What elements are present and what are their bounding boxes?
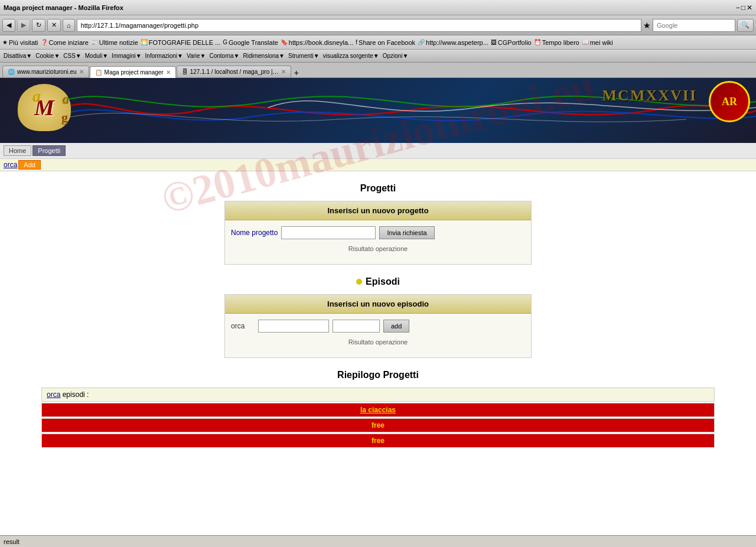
submit-project-button[interactable]: Invia richiesta [379, 226, 434, 239]
site-header: M a g a MCMXXVII AR [0, 78, 756, 143]
toolbar-css[interactable]: CSS▼ [62, 53, 82, 59]
reload-button[interactable]: ↻ [32, 19, 45, 32]
link-icon: 🔗 [418, 39, 425, 45]
episode-row-2: free [41, 418, 715, 432]
search-submit[interactable]: 🔍 [737, 19, 754, 32]
bookmark-fotografie[interactable]: 🌅 FOTOGRAFIE DELLE ... [141, 39, 220, 46]
project-name-label: Nome progetto [231, 229, 278, 237]
progetti-title: Progetti [24, 183, 732, 194]
bookmark-cgportfolio[interactable]: 🖼 CGPortfolio [491, 39, 532, 46]
episode-result-text: Risultato operazione [231, 336, 525, 348]
new-project-form-header: Inserisci un nuovo progetto [225, 201, 531, 220]
tab3-close[interactable]: ✕ [281, 69, 286, 75]
tab-maga[interactable]: 📋 Maga project manager ✕ [90, 66, 176, 78]
toolbar-varie[interactable]: Varie▼ [185, 53, 207, 59]
toolbar-cookie[interactable]: Cookie▼ [34, 53, 61, 59]
forward-button[interactable]: ▶ [17, 19, 30, 32]
facebook-icon: f [356, 39, 357, 45]
project-name-input[interactable] [281, 226, 376, 239]
project-result-text: Risultato operazione [231, 243, 525, 255]
back-button[interactable]: ◀ [2, 19, 15, 32]
add-episode-button[interactable]: add [383, 320, 409, 333]
page-content: M a g a MCMXXVII AR Home Progetti orca A… [0, 78, 756, 480]
episodi-dot [356, 279, 362, 285]
tab-phpmyadmin[interactable]: 🗄 127.1.1 / localhost / maga_pro | phpM.… [177, 66, 291, 77]
home-nav-button[interactable]: Home [4, 145, 31, 156]
tabs-bar: 🌐 www.maurizioturoni.eu ✕ 📋 Maga project… [0, 63, 756, 78]
episode-row-1: la ciaccias [41, 403, 715, 417]
add-button[interactable]: Add [18, 160, 41, 170]
project-result-row: Risultato operazione [231, 243, 525, 255]
episode-input-row: orca add [231, 320, 525, 333]
riepilogo-section: orca episodi : la ciaccias free free [41, 388, 715, 448]
riepilogo-project-header: orca episodi : [41, 388, 715, 402]
new-episode-form: Inserisci un nuovo episodio orca add Ris… [224, 294, 532, 358]
episode-link-1[interactable]: la ciaccias [42, 403, 714, 416]
bookmark-piu-visitati[interactable]: ★ Più visitati [2, 39, 38, 46]
search-input[interactable] [653, 19, 735, 32]
bookmark-come-iniziare[interactable]: ❓ Come iniziare [41, 39, 89, 46]
site-logo: M a g a [18, 84, 71, 131]
tab2-label: Maga project manager [105, 69, 164, 76]
orca-bar: orca Add [0, 159, 756, 171]
browser-controls: ◀ ▶ ↻ ✕ ⌂ ★ 🔍 [0, 15, 756, 35]
close-btn[interactable]: ✕ [747, 4, 752, 12]
bookmark-disney[interactable]: 🔖 https://book.disneyla... [281, 39, 353, 46]
tab3-label: 127.1.1 / localhost / maga_pro | phpM... [190, 69, 279, 75]
new-episode-form-header: Inserisci un nuovo episodio [225, 295, 531, 314]
toolbar-disattiva[interactable]: Disattiva▼ [2, 53, 33, 59]
episodi-title: Episodi [366, 276, 400, 287]
episode-extra-input[interactable] [333, 320, 380, 333]
toolbar-opzioni[interactable]: Opzioni▼ [382, 53, 410, 59]
toolbar-moduli[interactable]: Moduli▼ [84, 53, 109, 59]
episode-name-input[interactable] [258, 320, 329, 333]
project-name-row: Nome progetto Invia richiesta [231, 226, 525, 239]
tab2-icon: 📋 [95, 69, 102, 76]
toolbar-ridimensiona[interactable]: Ridimensiona▼ [242, 53, 286, 59]
new-tab-button[interactable]: + [292, 68, 301, 77]
tab1-close[interactable]: ✕ [79, 69, 84, 75]
bookmark-ultime-notizie[interactable]: 📰 Ultime notizie [91, 39, 138, 46]
browser-titlebar: Maga project manager - Mozilla Firefox −… [0, 0, 756, 15]
bookmark-google-translate[interactable]: G Google Translate [223, 39, 278, 46]
wiki-icon: 📖 [582, 39, 589, 45]
episode-free-1: free [42, 419, 714, 432]
toolbar-immagini[interactable]: Immagini▼ [110, 53, 142, 59]
news-icon: 📰 [91, 39, 98, 45]
progetti-nav-button[interactable]: Progetti [32, 145, 66, 156]
stop-button[interactable]: ✕ [47, 19, 61, 32]
riepilogo-title: Riepilogo Progetti [24, 370, 732, 380]
address-bar[interactable] [77, 19, 641, 32]
new-episode-form-body: orca add Risultato operazione [225, 314, 531, 357]
bookmark-mei-wiki[interactable]: 📖 mei wiki [582, 39, 613, 46]
toolbar-informazioni[interactable]: Informazioni▼ [144, 53, 184, 59]
bookmark-facebook[interactable]: f Share on Facebook [356, 39, 415, 46]
minimize-btn[interactable]: − [736, 4, 740, 12]
tab3-icon: 🗄 [182, 69, 188, 75]
tab1-icon: 🌐 [8, 69, 15, 75]
mcm-logo-text: MCMXXVII [602, 87, 697, 105]
episode-result-row: Risultato operazione [231, 336, 525, 348]
help-icon: ❓ [41, 39, 48, 45]
home-button[interactable]: ⌂ [63, 19, 75, 32]
episode-project-value: orca [231, 322, 255, 330]
main-content: Progetti Inserisci un nuovo progetto Nom… [0, 171, 756, 461]
episode-row-3: free [41, 434, 715, 448]
toolbar-sorgente[interactable]: visualizza sorgente▼ [322, 53, 380, 59]
riepilogo-project-name[interactable]: orca [47, 390, 60, 399]
orca-link[interactable]: orca [4, 161, 17, 169]
toolbar-strumenti[interactable]: Strumenti▼ [287, 53, 321, 59]
episodi-header: Episodi [24, 276, 732, 287]
maximize-btn[interactable]: □ [741, 4, 745, 12]
ar-logo: AR [709, 81, 750, 122]
dev-toolbar: Disattiva▼ Cookie▼ CSS▼ Moduli▼ Immagini… [0, 50, 756, 63]
toolbar-contorna[interactable]: Contorna▼ [208, 53, 240, 59]
riepilogo-episodes-text: episodi : [63, 390, 89, 399]
bookmark-aspeterp[interactable]: 🔗 http://www.aspeterp... [418, 39, 488, 46]
episode-free-2: free [42, 434, 714, 447]
tab2-close[interactable]: ✕ [166, 69, 171, 76]
star-icon: ★ [2, 39, 8, 45]
tab-maurizio[interactable]: 🌐 www.maurizioturoni.eu ✕ [2, 66, 89, 77]
bookmark-tempo-libero[interactable]: ⏰ Tempo libero [534, 39, 579, 46]
bookmark-icon: 🔖 [281, 39, 288, 45]
